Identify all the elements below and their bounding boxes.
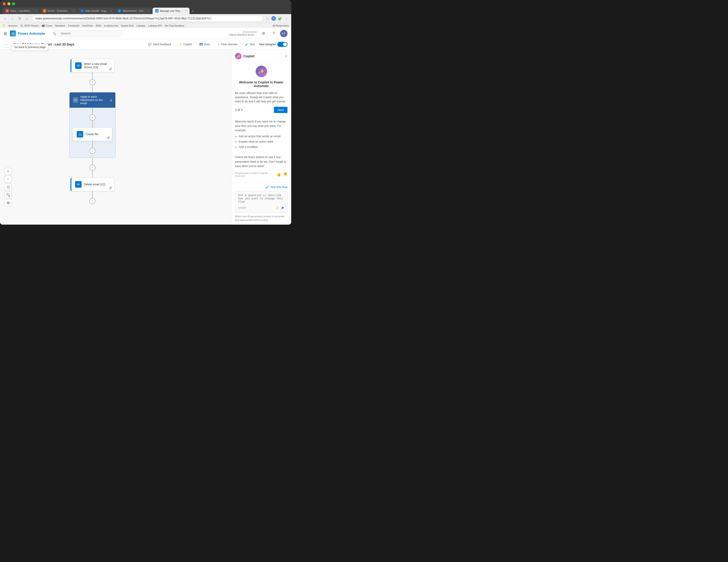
- create-file-icon: 🗂: [77, 131, 83, 137]
- back-nav-button[interactable]: ‹: [2, 16, 8, 21]
- address-bar[interactable]: make.powerautomate.com/environments/Defa…: [32, 15, 263, 21]
- labstep-label: Labstep: [136, 24, 145, 27]
- copilot-examples-list: Add an action that sends an email Explai…: [239, 134, 288, 150]
- user-avatar[interactable]: LF: [280, 30, 288, 37]
- tab-onedrive[interactable]: O Attachments - OneDrive ×: [115, 8, 152, 14]
- add-inner-step-btn[interactable]: +: [89, 115, 95, 121]
- apply-each-header[interactable]: ⊡ Apply to each Attachment on the email …: [70, 92, 115, 108]
- maximize-button[interactable]: [12, 2, 15, 5]
- tab-title-datashuttle: Data Shuttle - trigger from em...: [85, 9, 109, 12]
- google-icon[interactable]: G: [271, 16, 276, 21]
- grid-menu-icon[interactable]: ⊞: [4, 31, 7, 36]
- canvas-search-button[interactable]: 🔍: [5, 191, 12, 198]
- bookmark-folders-icon[interactable]: 📁: [2, 24, 6, 27]
- send-button[interactable]: ➤: [281, 205, 284, 210]
- tab-smartsheet[interactable]: S Home - Smartsheet.com ×: [40, 8, 77, 14]
- close-button[interactable]: [3, 2, 6, 5]
- copilot-feedback-row: AI-generated content may be incorrect 👍 …: [235, 172, 288, 177]
- aws-label: AWS: [96, 24, 101, 27]
- copilot-send-row: ✨ ➤: [275, 205, 284, 210]
- bookmark-amazon[interactable]: amazon: [8, 24, 17, 27]
- pa-app-name: Power Automate: [18, 31, 45, 35]
- connector-line-4: [92, 171, 93, 178]
- bookmark-elabjournal[interactable]: eLabJournal: [104, 24, 118, 27]
- tab-powerautomate[interactable]: PA Manage your flows | Power A... ×: [153, 8, 190, 14]
- bookmark-nextdoor[interactable]: Nextdoor: [55, 24, 65, 27]
- minimize-button[interactable]: [7, 2, 10, 5]
- add-step-btn-2[interactable]: +: [89, 165, 95, 171]
- new-tab-button[interactable]: +: [190, 8, 196, 14]
- home-button[interactable]: ⌂: [24, 16, 30, 21]
- zoom-in-button[interactable]: +: [5, 168, 12, 175]
- test-button[interactable]: 🧪 Test: [242, 41, 258, 48]
- apply-each-body: + 🗂 Create file 🔗 +: [70, 108, 115, 154]
- thumbs-down-button[interactable]: 👎: [283, 172, 288, 177]
- minimap-button[interactable]: ⊞: [5, 199, 12, 206]
- test-icon: 🧪: [245, 43, 248, 46]
- bookmark-onedrive[interactable]: OneDrive: [82, 24, 93, 27]
- zoom-icon: 📹: [42, 24, 45, 27]
- copilot-footer: 🧪 Test this flow 0/2000 ✨ ➤: [231, 182, 291, 225]
- help-icon[interactable]: ?: [270, 30, 277, 37]
- bookmark-all[interactable]: All Bookmarks: [273, 24, 289, 27]
- feedback-icon: 💬: [148, 43, 152, 46]
- collapse-icon[interactable]: ∧: [110, 98, 112, 102]
- bookmark-labstep[interactable]: Labstep: [136, 24, 145, 27]
- zoom-out-button[interactable]: −: [5, 176, 12, 183]
- add-after-create-btn[interactable]: +: [89, 148, 95, 154]
- pa-search-input[interactable]: [53, 30, 123, 37]
- tab-datashuttle[interactable]: D Data Shuttle - trigger from em... ×: [78, 8, 115, 14]
- new-designer-toggle[interactable]: New designer: [259, 42, 288, 47]
- bookmark-zoom[interactable]: 📹 Zoom: [42, 24, 52, 27]
- copilot-close-button[interactable]: ×: [285, 54, 288, 59]
- thumbs-up-button[interactable]: 👍: [276, 172, 281, 177]
- tab-favicon-pa: PA: [155, 9, 159, 12]
- back-button[interactable]: ←: [4, 41, 11, 48]
- send-feedback-button[interactable]: 💬 Send feedback: [145, 41, 174, 48]
- apply-each-container[interactable]: ⊡ Apply to each Attachment on the email …: [69, 92, 116, 158]
- copilot-title: Copilot: [243, 54, 254, 58]
- add-step-btn-3[interactable]: +: [89, 198, 95, 204]
- extension-icon[interactable]: 🧩: [277, 16, 282, 21]
- copilot-next-button[interactable]: Next: [274, 107, 288, 113]
- tab-close-smartsheet[interactable]: ×: [73, 9, 74, 12]
- tab-inbox[interactable]: M Inbox - marcfleischmann@g... ×: [3, 8, 40, 14]
- forward-nav-button[interactable]: ›: [10, 16, 15, 21]
- save-button[interactable]: 💾 Save: [196, 41, 213, 48]
- tab-close-pa[interactable]: ×: [185, 9, 187, 12]
- connector-line-3: [92, 158, 93, 165]
- bookmark-att[interactable]: 📡 AT&T Router: [20, 24, 39, 27]
- speedtest-label: Speed Test: [121, 24, 134, 27]
- settings-icon[interactable]: ⚙: [260, 30, 267, 37]
- copilot-feedback-text: AI-generated content may be incorrect: [235, 172, 275, 177]
- flow-checker-label: Flow checker: [221, 43, 238, 46]
- tab-close-onedrive[interactable]: ×: [148, 9, 149, 12]
- copilot-button[interactable]: ✨ Copilot: [176, 41, 195, 48]
- bookmark-labstep-api[interactable]: Labstep API: [148, 24, 162, 27]
- add-step-btn-1[interactable]: +: [89, 79, 95, 85]
- bookmark-wutsai[interactable]: Wu Tsai Sandbox: [165, 24, 184, 27]
- star-icon[interactable]: ☆: [265, 16, 270, 21]
- create-file-node[interactable]: 🗂 Create file 🔗: [73, 128, 112, 141]
- delete-email-node[interactable]: ✉ Delete email (V2) 🔗: [70, 178, 114, 191]
- copilot-chat-input[interactable]: [238, 194, 284, 203]
- sparkle-icon[interactable]: ✨: [275, 206, 279, 210]
- copilot-message: Welcome back! If you want me to change y…: [235, 119, 288, 168]
- trigger-node[interactable]: ✉ When a new email arrives (V3) 🔗: [70, 59, 114, 72]
- test-this-flow-button[interactable]: 🧪 Test this flow: [235, 185, 288, 189]
- bookmark-aws[interactable]: AWS: [96, 24, 101, 27]
- reload-button[interactable]: ↻: [17, 16, 23, 21]
- copilot-title-row: ✨ Copilot: [235, 53, 254, 59]
- fit-screen-button[interactable]: ⊡: [5, 183, 12, 190]
- tab-close-datashuttle[interactable]: ×: [110, 9, 112, 12]
- bookmark-speedtest[interactable]: Speed Test: [121, 24, 134, 27]
- environments-label: Environments: [243, 31, 257, 33]
- zoom-label: Zoom: [46, 24, 52, 27]
- bookmark-facebook[interactable]: Facebook: [68, 24, 79, 27]
- tab-close-inbox[interactable]: ×: [35, 9, 37, 12]
- toggle-knob[interactable]: [277, 42, 288, 47]
- flow-canvas[interactable]: ✉ When a new email arrives (V3) 🔗 + ⊡ Ap…: [0, 50, 231, 225]
- copilot-icon: ✨: [179, 43, 182, 46]
- menu-icon[interactable]: ⋮: [284, 16, 289, 21]
- flow-checker-button[interactable]: ✓ Flow checker: [215, 41, 241, 48]
